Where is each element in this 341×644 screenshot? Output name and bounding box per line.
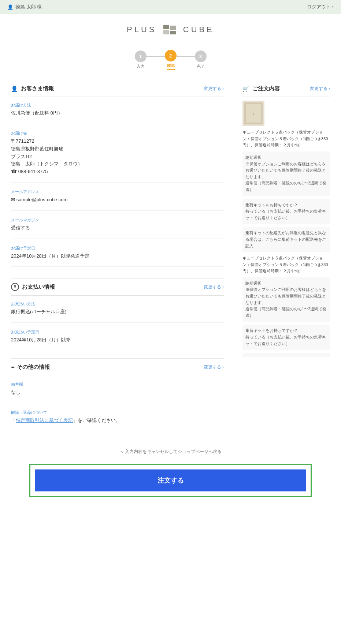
order-button-outer: 注文する — [29, 464, 312, 497]
yen-icon: ¥ — [11, 283, 19, 291]
step-line-2 — [177, 56, 195, 57]
user-info: 👤 徳島 太郎 様 — [7, 4, 42, 10]
cancel-policy-title: 解除・返品について — [11, 410, 224, 415]
top-bar: 👤 徳島 太郎 様 ログアウト › — [0, 0, 341, 14]
magazine-group: メールマガジン 受信する — [11, 217, 224, 239]
svg-rect-1 — [163, 30, 169, 34]
steps-indicator: 1 入力 2 確認 3 完了 — [0, 42, 341, 81]
cancel-policy-value: 「特定商取引法に基づく表記」をご確認ください。 — [11, 417, 224, 424]
cancel-policy-group: 解除・返品について 「特定商取引法に基づく表記」をご確認ください。 — [11, 410, 224, 431]
payment-section: ¥ お支払い情報 変更する › お支払い方法 銀行振込(バーチャル口座) お支払… — [11, 278, 224, 351]
order-section-header: 🛒 ご注文内容 変更する › — [242, 81, 330, 97]
customer-title: 👤 お客さま情報 — [11, 85, 54, 92]
logo-left: PLUS CUBE — [127, 25, 214, 34]
step-3: 3 完了 — [195, 50, 207, 69]
email-label: メールアドレス — [11, 189, 224, 195]
dots-icon: ··· — [11, 363, 14, 371]
step-3-circle: 3 — [195, 50, 207, 62]
payment-date-label: お支払い予定日 — [11, 329, 224, 335]
svg-rect-2 — [170, 26, 176, 30]
email-value: ✉ sample@plus-cube.com — [11, 196, 224, 204]
magazine-value: 受信する — [11, 224, 224, 232]
step-line-1 — [147, 56, 165, 57]
order-scroll-area[interactable]: 4 キューブセレクト５点パック（保管オプション：保管オプション５着パック（1着に… — [242, 101, 330, 357]
notes-label: 備考欄 — [11, 382, 224, 387]
delivery-address-label: お届け先 — [11, 131, 224, 136]
customer-change-link[interactable]: 変更する › — [204, 86, 224, 92]
svg-rect-0 — [163, 25, 169, 29]
right-column: 🛒 ご注文内容 変更する › 4 キューブセレクト５点パック（保管オプション：保… — [235, 81, 330, 437]
mail-icon: ✉ — [11, 197, 15, 202]
other-section: ··· その他の情報 変更する › 備考欄 なし 解除・返品について 「特定商取… — [11, 358, 224, 431]
step-3-label: 完了 — [197, 64, 205, 69]
delivery-method-group: お届け方法 佐川急便（配送料 0円） — [11, 102, 224, 124]
order-button-wrapper: 注文する — [0, 460, 341, 515]
payment-change-link[interactable]: 変更する › — [204, 284, 224, 290]
main-content: 👤 お客さま情報 変更する › お届け方法 佐川急便（配送料 0円） お届け先 … — [0, 81, 341, 437]
notes-group: 備考欄 なし — [11, 382, 224, 403]
email-group: メールアドレス ✉ sample@plus-cube.com — [11, 189, 224, 211]
magazine-label: メールマガジン — [11, 217, 224, 223]
order-button[interactable]: 注文する — [35, 469, 306, 491]
delivery-method-label: お届け方法 — [11, 102, 224, 108]
notes-value: なし — [11, 389, 224, 396]
product-thumbnail: 4 — [244, 102, 263, 124]
person-icon-2: 👤 — [11, 86, 18, 92]
payment-section-header: ¥ お支払い情報 変更する › — [11, 278, 224, 296]
product-name-1: キューブセレクト５点パック（保管オプション：保管オプション５着パック（1着につき… — [242, 129, 330, 149]
step-1-label: 入力 — [137, 64, 145, 69]
payment-method-group: お支払い方法 銀行振込(バーチャル口座) — [11, 301, 224, 323]
logo-icon — [163, 25, 177, 35]
step-2-circle: 2 — [165, 50, 177, 61]
phone-icon: ☎ — [11, 169, 17, 174]
payment-date-value: 2024年10月28日（月）以降 — [11, 336, 224, 344]
cancel-link-area: ＜ 入力内容をキャンセルしてショップページへ戻る — [0, 438, 341, 460]
step-1-circle: 1 — [135, 50, 147, 62]
kit-note-block-2: 集荷キットの配送先がお洋服の返送先と異なる場合は、こちらに集荷キットの配送先をご… — [242, 353, 330, 357]
cancel-policy-link[interactable]: 特定商取引法に基づく表記 — [16, 418, 73, 423]
step-2: 2 確認 — [165, 50, 177, 70]
payment-date-group: お支払い予定日 2024年10月28日（月）以降 — [11, 329, 224, 351]
kit-note-block-1: 集荷キットの配送先がお洋服の返送先と異なる場合は、こちらに集荷キットの配送先をご… — [242, 227, 330, 252]
logout-button[interactable]: ログアウト › — [307, 4, 334, 10]
order-title: 🛒 ご注文内容 — [242, 85, 280, 92]
delivery-method-value: 佐川急便（配送料 0円） — [11, 109, 224, 117]
other-change-link[interactable]: 変更する › — [204, 364, 224, 370]
delivery-date-value: 2024年10月28日（月）以降発送予定 — [11, 252, 224, 260]
delivery-select-block-2: 納期選択 ※保管オプションご利用のお客様はどちらをお選びいただいても保管期間終了… — [242, 277, 330, 322]
delivery-date-label: お届け予定日 — [11, 246, 224, 251]
other-title: ··· その他の情報 — [11, 363, 50, 371]
kit-block-1: 集荷キットをお持ちですか？ 持っている（お支払い後、お手持ちの集荷キットでお送り… — [242, 199, 330, 224]
logo-area: PLUS CUBE — [0, 14, 341, 42]
delivery-date-group: お届け予定日 2024年10月28日（月）以降発送予定 — [11, 246, 224, 267]
svg-text:4: 4 — [253, 113, 255, 116]
cart-icon: 🛒 — [242, 86, 249, 92]
step-1: 1 入力 — [135, 50, 147, 69]
step-2-label: 確認 — [167, 63, 175, 70]
user-name: 徳島 太郎 様 — [15, 4, 42, 10]
delivery-address-value: 〒7711272 徳島県板野郡藍住町勝瑞 プラス101 徳島 太郎（トクシマ タ… — [11, 138, 224, 176]
order-change-link[interactable]: 変更する › — [310, 86, 330, 92]
left-column: 👤 お客さま情報 変更する › お届け方法 佐川急便（配送料 0円） お届け先 … — [11, 81, 235, 437]
payment-method-value: 銀行振込(バーチャル口座) — [11, 308, 224, 316]
product-name-2: キューブセレクト５点パック（保管オプション：保管オプション５着パック（1着につき… — [242, 255, 330, 274]
customer-section-header: 👤 お客さま情報 変更する › — [11, 81, 224, 97]
delivery-select-block-1: 納期選択 ※保管オプションご利用のお客様はどちらをお選びいただいても保管期間終了… — [242, 151, 330, 196]
payment-method-label: お支払い方法 — [11, 301, 224, 307]
delivery-address-group: お届け先 〒7711272 徳島県板野郡藍住町勝瑞 プラス101 徳島 太郎（ト… — [11, 131, 224, 183]
cancel-link[interactable]: ＜ 入力内容をキャンセルしてショップページへ戻る — [119, 449, 222, 454]
other-section-header: ··· その他の情報 変更する › — [11, 358, 224, 376]
svg-rect-3 — [170, 31, 176, 34]
product-image: 4 — [242, 101, 264, 126]
payment-title: ¥ お支払い情報 — [11, 283, 55, 291]
kit-block-2: 集荷キットをお持ちですか？ 持っている（お支払い後、お手持ちの集荷キットでお送り… — [242, 325, 330, 350]
person-icon: 👤 — [7, 4, 13, 10]
